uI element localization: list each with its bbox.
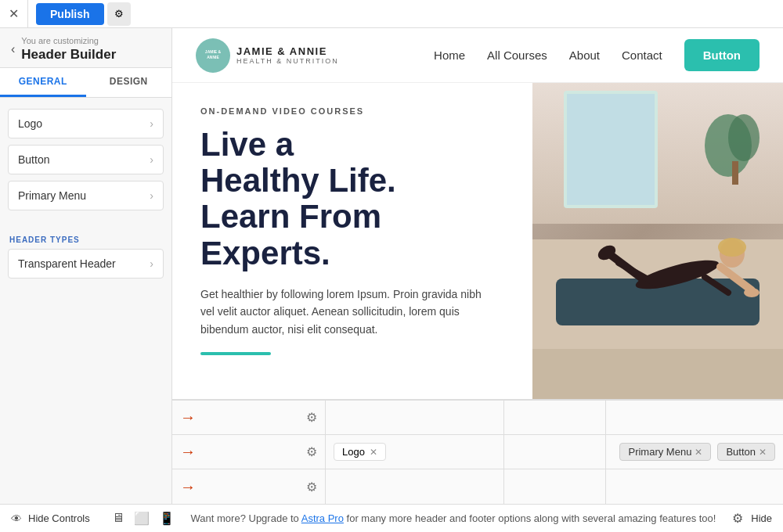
arrow-icon-top: → xyxy=(180,408,196,426)
row-section-middle-left: Logo ✕ xyxy=(326,435,504,469)
svg-point-20 xyxy=(744,288,760,297)
hero-image xyxy=(532,83,783,399)
sidebar: ‹ You are customizing Header Builder Gen… xyxy=(0,28,172,504)
main-layout: ‹ You are customizing Header Builder Gen… xyxy=(0,28,783,504)
row-gear-top[interactable]: ⚙ xyxy=(298,401,326,435)
hero-description: Get healthier by following lorem Ipsum. … xyxy=(200,286,482,338)
customizing-label: You are customizing xyxy=(21,36,116,45)
hero-content: ON-DEMAND VIDEO COURSES Live a Healthy L… xyxy=(172,83,532,399)
bottom-left: 👁 Hide Controls 🖥 ⬜ 📱 xyxy=(11,511,175,526)
logo-tagline: HEALTH & NUTRITION xyxy=(236,57,339,65)
tab-general[interactable]: General xyxy=(0,68,86,97)
builder-row-top: → ⚙ xyxy=(172,401,783,435)
button-tag: Button ✕ xyxy=(717,443,775,461)
button-label: Button xyxy=(18,153,49,166)
preview-area: JAMIE & ANNIE JAMIE & ANNIE HEALTH & NUT… xyxy=(172,28,783,504)
row-arrow-middle: → xyxy=(172,443,298,461)
svg-rect-6 xyxy=(567,94,655,205)
logo-circle: JAMIE & ANNIE xyxy=(196,38,230,73)
builder-row-bottom: → ⚙ xyxy=(172,469,783,504)
row-section-bottom-left xyxy=(326,469,504,504)
sidebar-item-primary-menu[interactable]: Primary Menu › xyxy=(8,181,164,210)
nav-home[interactable]: Home xyxy=(434,49,465,62)
upgrade-text: Want more? Upgrade to xyxy=(191,512,299,524)
transparent-header-label: Transparent Header xyxy=(18,257,116,270)
sidebar-item-button[interactable]: Button › xyxy=(8,145,164,174)
nav-contact[interactable]: Contact xyxy=(622,49,662,62)
primary-menu-tag: Primary Menu ✕ xyxy=(619,443,711,461)
chevron-icon: › xyxy=(150,153,153,166)
hero-title: Live a Healthy Life. Learn From Experts. xyxy=(200,127,504,271)
top-bar: ✕ Publish ⚙ xyxy=(0,0,783,28)
logo-label: Logo xyxy=(18,117,42,130)
hero-image-svg xyxy=(532,83,783,349)
hero-cta-bar xyxy=(200,352,271,355)
hide-controls-button[interactable]: Hide Controls xyxy=(28,512,90,524)
svg-point-14 xyxy=(718,238,746,257)
row-section-top-right xyxy=(606,401,784,434)
row-gear-bottom[interactable]: ⚙ xyxy=(298,469,326,504)
hero-tag: ON-DEMAND VIDEO COURSES xyxy=(200,106,504,116)
svg-rect-9 xyxy=(732,161,738,185)
nav-cta-button[interactable]: Button xyxy=(684,39,760,71)
button-tag-close[interactable]: ✕ xyxy=(759,447,767,458)
builder-area: → ⚙ → ⚙ Logo ✕ xyxy=(172,399,783,504)
settings-button[interactable]: ⚙ xyxy=(107,2,131,26)
close-button[interactable]: ✕ xyxy=(0,0,28,28)
button-tag-label: Button xyxy=(726,446,756,458)
row-arrow-top: → xyxy=(172,408,298,426)
chevron-icon: › xyxy=(150,117,153,130)
sidebar-title: Header Builder xyxy=(21,47,116,63)
arrow-icon-bottom: → xyxy=(180,478,196,496)
row-gear-middle[interactable]: ⚙ xyxy=(298,435,326,469)
back-button[interactable]: ‹ xyxy=(11,42,15,56)
nav-about[interactable]: About xyxy=(569,49,600,62)
hide-right-button[interactable]: Hide xyxy=(751,512,772,524)
upgrade-suffix: for many more header and footer options … xyxy=(347,512,716,524)
upgrade-link[interactable]: Astra Pro xyxy=(301,512,344,524)
logo-tag-close[interactable]: ✕ xyxy=(370,447,377,458)
svg-text:ANNIE: ANNIE xyxy=(207,55,219,59)
sidebar-item-transparent-header[interactable]: Transparent Header › xyxy=(8,249,164,279)
nav-menu: Home All Courses About Contact Button xyxy=(434,39,760,71)
tab-design[interactable]: Design xyxy=(86,68,172,97)
chevron-icon: › xyxy=(150,257,153,270)
builder-row-middle: → ⚙ Logo ✕ Primary Menu ✕ Button xyxy=(172,435,783,469)
header-types-label: Header Types xyxy=(0,228,171,249)
sidebar-header: ‹ You are customizing Header Builder xyxy=(0,28,171,68)
arrow-icon-middle: → xyxy=(180,443,196,461)
logo-tag: Logo ✕ xyxy=(334,443,386,461)
desktop-icon[interactable]: 🖥 xyxy=(112,511,124,526)
primary-menu-tag-close[interactable]: ✕ xyxy=(695,447,702,458)
mobile-icon[interactable]: 📱 xyxy=(159,511,175,526)
logo-tag-label: Logo xyxy=(342,446,365,458)
website-header: JAMIE & ANNIE JAMIE & ANNIE HEALTH & NUT… xyxy=(172,28,783,83)
row-section-top-left xyxy=(326,401,504,434)
row-section-top-mid xyxy=(504,401,606,434)
row-arrow-bottom: → xyxy=(172,478,298,496)
row-section-middle-mid xyxy=(504,435,606,469)
sidebar-item-logo[interactable]: Logo › xyxy=(8,109,164,138)
bottom-gear-icon[interactable]: ⚙ xyxy=(732,511,743,526)
sidebar-tabs: General Design xyxy=(0,68,171,98)
bottom-bar: 👁 Hide Controls 🖥 ⬜ 📱 Want more? Upgrade… xyxy=(0,504,783,532)
logo-area: JAMIE & ANNIE JAMIE & ANNIE HEALTH & NUT… xyxy=(196,38,339,73)
upgrade-message: Want more? Upgrade to Astra Pro for many… xyxy=(175,512,732,524)
tablet-icon[interactable]: ⬜ xyxy=(134,511,150,526)
bottom-right: ⚙ Hide xyxy=(732,511,772,526)
publish-button[interactable]: Publish xyxy=(36,3,104,25)
nav-all-courses[interactable]: All Courses xyxy=(487,49,547,62)
sidebar-items-list: Logo › Button › Primary Menu › xyxy=(0,98,171,228)
gear-icon: ⚙ xyxy=(114,8,124,20)
svg-text:JAMIE &: JAMIE & xyxy=(205,49,222,54)
device-icons: 🖥 ⬜ 📱 xyxy=(112,511,175,526)
chevron-icon: › xyxy=(150,189,153,202)
row-section-middle-right: Primary Menu ✕ Button ✕ xyxy=(606,435,784,469)
logo-name: JAMIE & ANNIE xyxy=(236,45,339,58)
hero-section: ON-DEMAND VIDEO COURSES Live a Healthy L… xyxy=(172,83,783,399)
hide-controls-icon: 👁 xyxy=(11,512,22,525)
row-section-bottom-mid xyxy=(504,469,606,504)
svg-point-8 xyxy=(728,114,760,161)
row-section-bottom-right xyxy=(606,469,784,504)
primary-menu-tag-label: Primary Menu xyxy=(628,446,691,458)
